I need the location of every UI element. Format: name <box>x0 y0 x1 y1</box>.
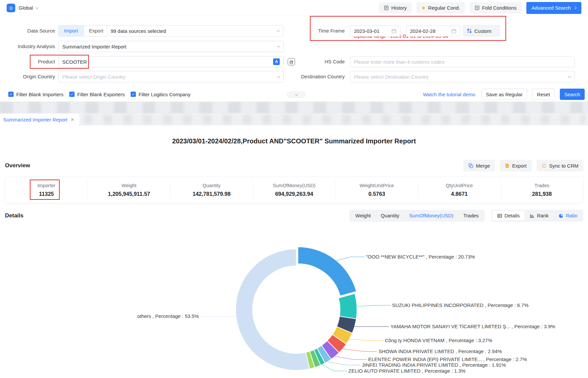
rank-icon <box>530 213 535 218</box>
advanced-search-button[interactable]: Advanced Search <box>526 2 581 14</box>
stat-qty-unit-price: QtyUnitPrice4.8671 <box>418 181 500 199</box>
product-input[interactable]: SCOOTER A <box>58 56 284 67</box>
stat-sum-of-money: SumOfMoney(USD)694,929,263.94 <box>253 181 335 199</box>
pie-slice[interactable] <box>298 247 356 296</box>
tab-summarized-importer-report[interactable]: Summarized Importer Report × <box>0 113 79 125</box>
origin-country-select[interactable]: Please select Origin Country <box>58 71 284 82</box>
history-button[interactable]: History <box>379 2 412 14</box>
table-icon <box>497 213 502 218</box>
merge-button[interactable]: Merge <box>463 160 495 172</box>
tab-sum-of-money[interactable]: SumOfMoney(USD) <box>404 211 458 221</box>
overview-header: Overview Merge Export Sync to CRM <box>5 159 583 173</box>
separator-band <box>0 102 588 113</box>
tab-ratio-view[interactable]: Ratio <box>554 211 582 221</box>
stat-label: Trades <box>501 183 583 188</box>
tutorial-link[interactable]: Watch the tutorial demo <box>423 92 475 97</box>
label-leader-line <box>357 305 391 306</box>
destination-country-select[interactable]: Please select Destination Country <box>350 71 575 82</box>
region-label: Global <box>19 5 33 11</box>
tab-trades[interactable]: Trades <box>458 211 484 221</box>
label-leader-line <box>333 257 365 262</box>
filter-logistics-company-checkbox[interactable]: ✓ Filter Logitics Company <box>131 91 191 97</box>
label-leader-line <box>322 365 347 371</box>
tab-details-view[interactable]: Details <box>492 211 525 221</box>
pie-slice[interactable] <box>236 249 310 370</box>
industry-analysis-select[interactable]: Summarized Importer Report <box>58 41 284 52</box>
sync-to-crm-label: Sync to CRM <box>549 163 578 169</box>
origin-country-label: Origin Country <box>0 71 55 82</box>
stat-value: 4.8671 <box>418 191 500 197</box>
pie-label: Công ty HONDA VIETNAM , Percentage : 3.2… <box>385 337 492 344</box>
view-tabs: Details Rank Ratio <box>491 210 583 222</box>
report-title: 2023/03/01-2024/02/28,Product AND"SCOOTE… <box>0 137 588 145</box>
sync-to-crm-button[interactable]: Sync to CRM <box>537 160 583 172</box>
fold-conditions-button[interactable]: Fold Conditions <box>470 2 521 14</box>
region-selector[interactable]: Global <box>15 5 38 11</box>
screen: ◎ Global History ★ Regular Cond. Fold Co… <box>0 0 588 378</box>
save-as-regular-button[interactable]: Save as Regular <box>482 89 527 100</box>
stat-value: 0.5763 <box>336 191 418 197</box>
history-label: History <box>391 5 407 11</box>
advanced-search-label: Advanced Search <box>532 5 571 11</box>
tab-weight[interactable]: Weight <box>350 211 376 221</box>
search-button[interactable]: Search <box>560 89 585 100</box>
translate-icon[interactable]: A <box>273 58 280 65</box>
tab-strip: Summarized Importer Report × <box>0 113 588 125</box>
data-source-select[interactable]: 99 data sources selected <box>107 25 283 37</box>
custom-range-button[interactable]: Custom <box>463 25 500 37</box>
search-form: Data Source Import Export 99 data source… <box>0 16 588 102</box>
pie-slice[interactable] <box>338 293 357 319</box>
filter-blank-importers-label: Filter Blank Importers <box>16 92 64 97</box>
close-icon[interactable]: × <box>71 117 74 122</box>
export-button[interactable]: Export <box>500 160 531 172</box>
collapse-form-button[interactable] <box>287 92 306 98</box>
chevron-down-icon <box>277 75 280 78</box>
stat-quantity: Quantity142,781,579.98 <box>170 181 253 199</box>
overview-heading: Overview <box>5 162 30 169</box>
industry-analysis-label: Industry Analysis <box>0 41 55 52</box>
stat-label: QtyUnitPrice <box>418 183 500 188</box>
date-to-input[interactable]: 2024-02-28 <box>406 25 460 37</box>
details-view-label: Details <box>504 211 520 221</box>
pie-label: YAMAHA MOTOR SANAYI VE TİCARET LİMİTED Ş… <box>390 323 555 330</box>
chevron-down-icon <box>277 44 280 48</box>
label-leader-line <box>342 349 377 351</box>
stat-trades: Trades281,938 <box>500 181 583 199</box>
stat-importer: Importer11325 <box>5 181 88 199</box>
details-heading: Details <box>5 212 24 219</box>
import-export-toggle: Import Export <box>58 25 109 37</box>
chevron-right-icon <box>573 6 577 10</box>
fold-icon <box>475 5 480 10</box>
hs-code-input[interactable]: Please enter more than 4 customs codes <box>350 56 575 67</box>
filter-blank-importers-checkbox[interactable]: ✓ Filter Blank Importers <box>8 91 64 97</box>
pie-label: ZELIO AUTO PRIVATE LIMITED , Percentage … <box>348 368 465 374</box>
regular-cond-button[interactable]: ★ Regular Cond. <box>416 2 465 14</box>
pie-label: SUZUKI PHILIPPINES INCORPORATED , Percen… <box>392 302 529 309</box>
hs-code-label: HS Code <box>282 56 345 67</box>
date-from-input[interactable]: 2023-03-01 <box>350 25 400 37</box>
stat-weight-unit-price: WeightUnitPrice0.5763 <box>335 181 418 199</box>
time-frame-label: Time Frame <box>282 25 345 37</box>
date-to-value: 2024-02-28 <box>410 28 436 34</box>
checkbox-checked-icon: ✓ <box>131 92 136 97</box>
destination-country-label: Destination Country <box>282 71 345 82</box>
industry-analysis-value: Summarized Importer Report <box>62 44 126 49</box>
tab-rank-view[interactable]: Rank <box>525 211 554 221</box>
data-source-value: 99 data sources selected <box>111 28 166 34</box>
app-logo: ◎ <box>7 4 15 12</box>
filter-blank-exporters-checkbox[interactable]: ✓ Filter Blank Exporters <box>69 91 125 97</box>
date-from-value: 2023-03-01 <box>354 28 380 34</box>
history-icon <box>384 5 389 10</box>
origin-country-placeholder: Please select Origin Country <box>62 74 125 80</box>
tab-quantity[interactable]: Quantity <box>376 211 404 221</box>
import-toggle[interactable]: Import <box>59 26 84 36</box>
regular-cond-label: Regular Cond. <box>428 5 460 11</box>
stat-label: SumOfMoney(USD) <box>253 183 335 188</box>
chevron-down-icon <box>35 6 39 9</box>
export-toggle[interactable]: Export <box>84 26 109 36</box>
pie-label: "OOO **NEW BICYCLE**" , Percentage : 20.… <box>366 254 475 260</box>
blurred-content <box>0 102 588 113</box>
stat-weight: Weight1,205,945,911.57 <box>88 181 170 199</box>
reset-button[interactable]: Reset <box>532 89 555 100</box>
stat-value: 11325 <box>5 191 88 197</box>
